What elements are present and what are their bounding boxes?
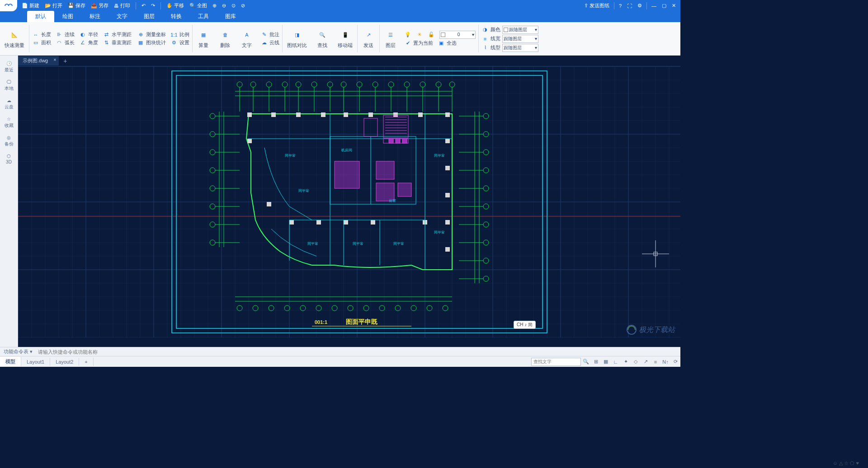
new-button[interactable]: 📄新建 [20, 1, 41, 10]
radius-button[interactable]: ◐半径 [79, 31, 98, 38]
add-tab-button[interactable]: + [59, 57, 71, 65]
find-text-input[interactable] [531, 358, 581, 366]
zoom-window-button[interactable]: ⊙ [230, 2, 237, 9]
sidebar-item-favorite[interactable]: ☆收藏 [0, 114, 18, 131]
layout-tab-1[interactable]: Layout1 [21, 358, 50, 366]
menu-tab-tools[interactable]: 工具 [190, 11, 217, 22]
layer-button[interactable]: ☰图层 [380, 22, 401, 55]
quick-measure-button[interactable]: 📐 快速测量 [0, 22, 29, 55]
zoom-prev-button[interactable]: ⊘ [239, 2, 247, 9]
block-stat-button[interactable]: ▦图块统计 [137, 39, 166, 47]
drawing-canvas[interactable]: 机房间 同平常 同平常 同平常 同平常 同平常 前室 同平常 同平常 图面平申既… [18, 66, 680, 347]
settings-button[interactable]: ⚙ [636, 2, 644, 9]
fullscreen-button[interactable]: ⛶ [625, 2, 634, 9]
scale-button[interactable]: 1:1比例 [170, 31, 189, 38]
send-button[interactable]: ↗发送 [358, 22, 379, 55]
menu-tab-layer[interactable]: 图层 [136, 11, 163, 22]
fit-button[interactable]: 🔍全图 [188, 1, 209, 10]
color-select[interactable]: 跟随图层▾ [502, 26, 538, 34]
delete-button[interactable]: 🗑删除 [214, 22, 236, 55]
track-toggle[interactable]: ↗ [641, 357, 651, 366]
sidebar-item-backup[interactable]: ◎备份 [0, 132, 18, 150]
sidebar-item-local[interactable]: 🖵本地 [0, 77, 18, 94]
command-input[interactable] [36, 348, 680, 356]
mobile-button[interactable]: 📱移动端 [333, 22, 357, 55]
menu-tab-dimension[interactable]: 标注 [81, 11, 108, 22]
select-all-button[interactable]: ▣全选 [438, 40, 457, 47]
regen-button[interactable]: ⟳ [670, 357, 680, 366]
add-layout-button[interactable]: + [79, 358, 93, 366]
document-tab[interactable]: 示例图.dwg× [18, 56, 59, 66]
undo-button[interactable]: ↶ [140, 2, 147, 9]
cloud-button[interactable]: ☁云线 [260, 39, 279, 47]
ortho-toggle[interactable]: ∟ [611, 357, 621, 366]
layout-tab-2[interactable]: Layout2 [50, 358, 79, 366]
snap-toggle[interactable]: ⊞ [591, 357, 601, 366]
h-dist-button[interactable]: ⇄水平测距 [103, 31, 132, 38]
polar-toggle[interactable]: ✦ [621, 357, 631, 366]
search-button[interactable]: 🔍 [581, 357, 591, 366]
sidebar-item-cloud[interactable]: ☁云盘 [0, 95, 18, 113]
print-button[interactable]: 🖶打印 [112, 1, 132, 10]
menu-tab-default[interactable]: 默认 [27, 11, 54, 22]
lineweight-toggle[interactable]: ≡ [651, 357, 660, 366]
pan-button[interactable]: ✋平移 [165, 1, 186, 10]
star-icon: ☆ [7, 117, 11, 122]
maximize-button[interactable]: ▢ [660, 2, 668, 9]
set-current-button[interactable]: ✔置为当前 [404, 40, 433, 47]
share-icon: ⇪ [584, 3, 588, 9]
text-button[interactable]: A文字 [236, 22, 258, 55]
new-icon: 📄 [22, 3, 28, 9]
saveas-button[interactable]: 📤另存 [89, 1, 110, 10]
menu-tab-library[interactable]: 图库 [217, 11, 244, 22]
lineweight-select[interactable]: 跟随图层▾ [502, 35, 538, 43]
help-button[interactable]: ? [617, 2, 623, 9]
open-button[interactable]: 📂打开 [43, 1, 64, 10]
coord-button[interactable]: ⊕测量坐标 [137, 31, 166, 38]
layout-tab-model[interactable]: 模型 [0, 357, 21, 366]
hand-icon: ✋ [166, 3, 173, 9]
compare-button[interactable]: ◨图纸对比 [283, 22, 311, 55]
arc-button[interactable]: ◠弧长 [56, 39, 75, 47]
separator [160, 2, 161, 9]
svg-rect-177 [321, 112, 326, 117]
svg-rect-185 [445, 166, 450, 170]
menu-tab-draw[interactable]: 绘图 [54, 11, 81, 22]
area-button[interactable]: ▭面积 [32, 39, 51, 47]
layer-select[interactable]: 0▾ [439, 31, 476, 39]
redo-button[interactable]: ↷ [149, 2, 157, 9]
linetype-select[interactable]: 跟随图层▾ [502, 44, 538, 52]
v-dist-button[interactable]: ⇅垂直测距 [103, 39, 132, 47]
zoom-out-button[interactable]: ⊖ [220, 2, 228, 9]
status-bar: 模型 Layout1 Layout2 + 🔍 ⊞ ▦ ∟ ✦ ◇ ↗ ≡ N↑ … [0, 356, 680, 367]
angle-button[interactable]: ∠角度 [79, 39, 98, 47]
settings-button2[interactable]: ⚙设置 [170, 39, 189, 47]
nav-toggle[interactable]: N↑ [660, 357, 670, 366]
sidebar-item-3d[interactable]: ⬡3D [0, 151, 18, 167]
find-button[interactable]: 🔍查找 [311, 22, 333, 55]
menu-tab-text[interactable]: 文字 [108, 11, 136, 22]
annotate-button[interactable]: ✎批注 [260, 31, 279, 38]
svg-rect-183 [247, 139, 252, 143]
menu-tab-convert[interactable]: 转换 [163, 11, 190, 22]
continuous-button[interactable]: ⊪连续 [56, 31, 75, 38]
ime-indicator: CH ♪ 简 [514, 321, 536, 329]
svg-rect-181 [418, 112, 423, 117]
minimize-icon: — [651, 3, 656, 9]
command-label-toggle[interactable]: 功能命令表 ▾ [0, 348, 36, 355]
zoom-fit-icon: 🔍 [189, 3, 196, 9]
close-tab-icon[interactable]: × [53, 57, 56, 62]
zoom-in-button[interactable]: ⊕ [211, 2, 218, 9]
length-button[interactable]: ↔长度 [32, 31, 51, 38]
close-button[interactable]: ✕ [670, 2, 678, 9]
hdist-icon: ⇄ [103, 31, 110, 38]
zoom-in-icon: ⊕ [212, 3, 217, 9]
grid-toggle[interactable]: ▦ [601, 357, 611, 366]
separator [136, 2, 136, 9]
minimize-button[interactable]: — [650, 2, 658, 9]
send-drawing-button[interactable]: ⇪发送图纸 [582, 1, 611, 10]
table-button[interactable]: ▦算量 [193, 22, 214, 55]
save-button[interactable]: 💾保存 [66, 1, 87, 10]
sidebar-item-recent[interactable]: 🕓最近 [0, 58, 18, 76]
osnap-toggle[interactable]: ◇ [631, 357, 641, 366]
